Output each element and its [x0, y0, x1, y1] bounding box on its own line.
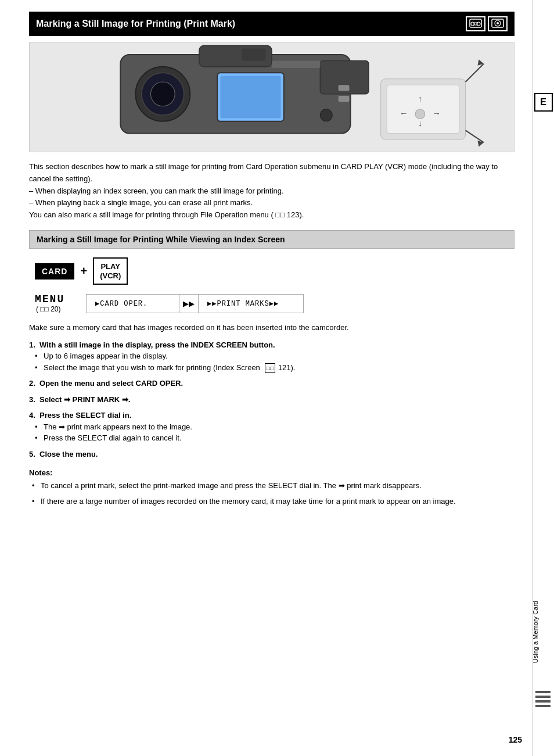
step4-bullet2: Press the SELECT dial again to cancel it…	[44, 432, 515, 444]
svg-rect-17	[242, 49, 266, 61]
sidebar-label: Using a Memory Card	[532, 601, 554, 663]
steps-section: 1. With a still image in the display, pr…	[29, 339, 515, 460]
step1-bullet2: Select the image that you wish to mark f…	[44, 362, 515, 374]
svg-text:↓: ↓	[418, 119, 422, 128]
sub-title-bar: Marking a Still Image for Printing While…	[29, 230, 515, 249]
sub-title-text: Marking a Still Image for Printing While…	[37, 235, 285, 244]
step-3: 3. Select ➡ PRINT MARK ➡.	[29, 394, 515, 406]
svg-point-10	[151, 82, 175, 106]
menu-box2-text: ▶▶PRINT MARKS▶▶	[207, 300, 279, 308]
svg-point-6	[497, 22, 499, 24]
step1-bullet1: Up to 6 images appear in the display.	[44, 350, 515, 362]
desc-bullet1: – When displaying an index screen, you c…	[29, 185, 515, 198]
step-1: 1. With a still image in the display, pr…	[29, 339, 515, 374]
page-number: 125	[509, 735, 522, 744]
svg-line-29	[466, 130, 484, 142]
step-2: 2. Open the menu and select CARD OPER.	[29, 378, 515, 389]
title-bar: Marking a Still Image for Printing (Prin…	[29, 12, 515, 36]
svg-text:→: →	[432, 109, 441, 118]
make-sure-text: Make sure a memory card that has images …	[29, 322, 515, 334]
svg-point-26	[415, 109, 425, 119]
plus-sign: +	[80, 264, 87, 278]
svg-point-16	[320, 109, 332, 121]
step4-bullet1: The ➡ print mark appears next to the ima…	[44, 421, 515, 433]
notes-title: Notes:	[29, 468, 515, 477]
svg-rect-18	[339, 85, 350, 91]
step-5: 5. Close the menu.	[29, 449, 515, 460]
title-icons	[466, 16, 508, 31]
menu-section: MENU ( □□ 20) ▶CARD OPER. ▶▶ ▶▶PRINT MAR…	[35, 293, 515, 313]
description: This section describes how to mark a sti…	[29, 161, 515, 221]
desc-para1: This section describes how to mark a sti…	[29, 161, 515, 185]
desc-para2: You can also mark a still image for prin…	[29, 209, 515, 221]
svg-rect-15	[272, 60, 320, 68]
notes-section: Notes: To cancel a print mark, select th…	[29, 468, 515, 508]
sidebar-decoration	[535, 691, 551, 710]
card-icon	[488, 16, 508, 31]
button-row: CARD + PLAY (VCR)	[35, 257, 515, 285]
note-1: To cancel a print mark, select the print…	[41, 480, 515, 492]
svg-line-27	[466, 64, 484, 82]
right-sidebar: E Using a Memory Card	[532, 0, 554, 756]
step-4: 4. Press the SELECT dial in. The ➡ print…	[29, 410, 515, 444]
camera-image: ↑ ↓ ← →	[29, 42, 515, 152]
play-vcr-line1: PLAY	[100, 262, 121, 271]
menu-boxes: ▶CARD OPER. ▶▶ ▶▶PRINT MARKS▶▶	[86, 294, 304, 313]
svg-rect-14	[220, 76, 280, 119]
menu-box-2: ▶▶PRINT MARKS▶▶	[199, 295, 303, 313]
svg-text:←: ←	[400, 109, 408, 118]
menu-box1-text: ▶CARD OPER.	[95, 300, 148, 308]
tape-icon	[466, 16, 485, 31]
svg-text:↑: ↑	[418, 94, 422, 103]
menu-box-1: ▶CARD OPER.	[87, 295, 179, 313]
page-title: Marking a Still Image for Printing (Prin…	[36, 19, 235, 29]
play-vcr-line2: (VCR)	[100, 271, 121, 281]
main-content: Marking a Still Image for Printing (Prin…	[0, 0, 532, 523]
card-button[interactable]: CARD	[35, 263, 74, 280]
e-tab: E	[534, 93, 553, 112]
note-2: If there are a large number of images re…	[41, 496, 515, 508]
play-vcr-button[interactable]: PLAY (VCR)	[93, 257, 128, 285]
svg-rect-0	[470, 19, 481, 27]
menu-double-arrow: ▶▶	[179, 295, 199, 313]
menu-label: MENU	[35, 293, 75, 305]
svg-rect-19	[339, 96, 350, 102]
svg-rect-21	[387, 85, 459, 133]
menu-ref: ( □□ 20)	[36, 305, 61, 313]
desc-bullet2: – When playing back a single image, you …	[29, 197, 515, 209]
